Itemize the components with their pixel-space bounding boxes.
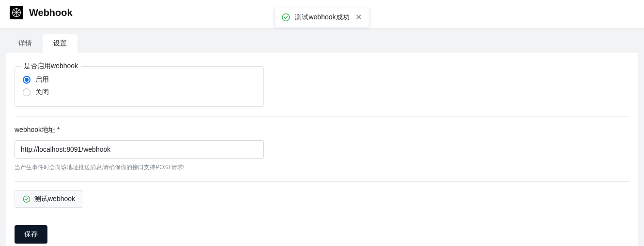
radio-icon-unselected — [23, 88, 31, 96]
tab-details[interactable]: 详情 — [8, 34, 43, 53]
radio-disable-label: 关闭 — [35, 88, 49, 97]
webhook-url-input[interactable] — [15, 140, 264, 159]
divider — [15, 116, 629, 117]
webhook-url-label: webhook地址 * — [15, 126, 629, 134]
check-circle-icon — [281, 13, 290, 22]
webhook-url-helper: 当产生事件时会向该地址推送消息,请确保你的接口支持POST请求! — [15, 163, 629, 172]
radio-enable-label: 启用 — [35, 75, 49, 84]
check-circle-icon — [23, 195, 31, 203]
toast-message: 测试webhook成功 — [295, 13, 349, 22]
divider — [15, 181, 629, 182]
enable-webhook-fieldset: 是否启用webhook 启用 关闭 — [15, 66, 264, 107]
radio-enable[interactable]: 启用 — [23, 73, 256, 86]
save-button[interactable]: 保存 — [15, 225, 47, 244]
radio-disable[interactable]: 关闭 — [23, 86, 256, 99]
enable-webhook-legend: 是否启用webhook — [21, 62, 81, 71]
settings-panel: 是否启用webhook 启用 关闭 webhook地址 * 当产生事件时会向该地… — [6, 53, 638, 246]
page-title: Webhook — [29, 7, 73, 18]
app-logo — [10, 6, 23, 19]
test-webhook-button[interactable]: 测试webhook — [15, 190, 83, 208]
toast-close-button[interactable]: ✕ — [354, 14, 363, 21]
success-toast: 测试webhook成功 ✕ — [274, 8, 369, 27]
tabs: 详情 设置 — [6, 34, 638, 53]
radio-icon-selected — [23, 76, 31, 84]
close-icon: ✕ — [355, 13, 362, 21]
test-webhook-label: 测试webhook — [34, 195, 75, 203]
tab-settings[interactable]: 设置 — [43, 34, 77, 53]
